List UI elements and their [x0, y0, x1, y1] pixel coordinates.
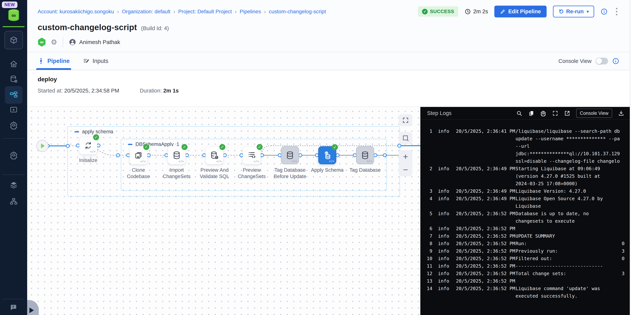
check-circle-icon: ✓	[422, 9, 428, 14]
download-icon[interactable]	[618, 110, 624, 116]
external-link-icon[interactable]	[564, 110, 570, 116]
log-line: 7info20/5/2025, 2:36:52 PMUPDATE SUMMARY	[420, 232, 630, 240]
pipeline-node-tag-database-before-update[interactable]: </>	[281, 146, 299, 164]
log-message-text: changesets to execute	[516, 218, 575, 225]
console-view-toggle[interactable]	[596, 58, 608, 64]
pipeline-node-apply-schema[interactable]: </>✓	[318, 146, 336, 164]
duration-value: 2m 1s	[163, 88, 179, 94]
log-message	[516, 225, 630, 232]
log-message-text: --url	[516, 142, 530, 150]
pipeline-node-initialize[interactable]: </>✓	[79, 136, 97, 154]
console-view-toggle-group: Console View	[558, 58, 619, 64]
tab-inputs[interactable]: Inputs	[83, 52, 108, 70]
tab-pipeline[interactable]: Pipeline	[38, 52, 70, 70]
pipeline-node-tag-database[interactable]: </>	[356, 146, 374, 164]
log-line-number	[420, 135, 432, 142]
harness-database-devops-logo[interactable]: ∞	[7, 8, 20, 22]
fullscreen-icon[interactable]	[552, 110, 558, 116]
pipeline-node-preview-changesets[interactable]: </>✓	[243, 146, 261, 164]
log-line: 6info20/5/2025, 2:36:52 PM	[420, 225, 630, 232]
pipeline-icon	[38, 58, 44, 64]
layers-settings-icon	[9, 181, 18, 189]
log-message-value: 3	[622, 248, 624, 255]
breadcrumb-link[interactable]: custom-changelog-script	[269, 8, 326, 14]
log-output[interactable]: 1info20/5/2025, 2:36:41 PM/liquibase/liq…	[420, 120, 630, 315]
gear-icon[interactable]: ⚙	[51, 38, 57, 46]
zoom-in-button[interactable]: +	[403, 152, 408, 161]
log-message-text: -------------------------------	[516, 262, 603, 270]
step-logs-title: Step Logs	[427, 110, 452, 116]
log-message-text: Liquibase Version: 4.27.0	[516, 188, 586, 195]
console-view-button[interactable]: Console View	[576, 108, 612, 118]
log-message: /liquibase/liquibase --search-path db	[516, 128, 630, 135]
log-line: 12info20/5/2025, 2:36:52 PMTotal change …	[420, 270, 630, 277]
log-level: info	[432, 270, 451, 277]
rerun-button[interactable]: Re-run ▾	[553, 6, 594, 18]
log-line-number	[420, 172, 432, 180]
log-message-text: executed successfully.	[516, 292, 578, 300]
log-level: info	[432, 232, 451, 240]
sidebar-item-layers-settings[interactable]	[9, 181, 18, 189]
log-message-text: /liquibase/liquibase --search-path db	[516, 128, 620, 135]
log-message: changesets to execute	[516, 218, 630, 225]
rerun-icon	[558, 9, 564, 14]
copy-icon[interactable]	[528, 110, 534, 116]
sidebar-item-cube-module[interactable]	[4, 31, 23, 49]
gear-icon[interactable]	[540, 110, 546, 116]
log-message: Liquibase	[516, 202, 630, 210]
pipeline-start-node[interactable]	[36, 140, 48, 152]
log-timestamp: 20/5/2025, 2:36:52 PM	[451, 262, 516, 270]
log-timestamp	[451, 218, 516, 225]
sidebar-item-settings[interactable]	[9, 121, 18, 130]
log-level: info	[432, 210, 451, 218]
log-message-text: Liquibase	[516, 202, 541, 210]
account-settings-icon	[9, 151, 18, 159]
step-logs-header: Step Logs Console View	[420, 107, 630, 120]
duration-label: Duration:	[140, 88, 162, 94]
log-line-number: 14	[420, 285, 432, 292]
search-icon[interactable]	[516, 110, 522, 116]
zoom-out-button[interactable]: −	[403, 165, 408, 174]
sidebar-item-account-settings[interactable]	[9, 151, 18, 159]
log-line: 2info20/5/2025, 2:36:49 PMStarting Liqui…	[420, 165, 630, 172]
marquee-select-button[interactable]	[399, 132, 412, 144]
infinity-hexagon-icon: ∞	[38, 38, 46, 47]
code-icon: </>	[367, 159, 372, 163]
changesets-list-icon	[247, 151, 256, 160]
pipeline-canvas[interactable]: apply schema DBSchemaApply_1	[27, 107, 420, 315]
sidebar-item-home[interactable]	[9, 60, 18, 68]
log-message: Previously run:3	[516, 248, 630, 255]
sidebar-item-pipelines[interactable]	[5, 86, 22, 104]
log-line-number: 10	[420, 255, 432, 262]
log-message: executed successfully.	[516, 292, 630, 300]
info-icon[interactable]	[600, 8, 608, 15]
fit-view-button[interactable]	[399, 114, 412, 126]
sidebar-item-executions[interactable]	[9, 106, 18, 114]
log-line: jdbc:**************ql://10.101.37.129	[420, 150, 630, 158]
sidebar-item-database-settings[interactable]	[9, 75, 18, 84]
play-icon	[41, 144, 45, 148]
breadcrumb-link[interactable]: Project: Default Project	[178, 8, 232, 14]
log-line-number	[420, 142, 432, 150]
breadcrumb-link[interactable]: Account: kurosakiichigo.songoku	[38, 8, 114, 14]
log-level: info	[432, 262, 451, 270]
log-line-number: 13	[420, 277, 432, 285]
log-message-text: Liquibase Open Source 4.27.0 by	[516, 195, 603, 202]
clone-codebase-icon	[134, 151, 143, 160]
pipeline-node-import-changesets[interactable]: </>✓	[168, 146, 186, 164]
sidebar-item-hierarchy-settings[interactable]	[9, 197, 18, 206]
log-line-number: 1	[420, 128, 432, 135]
code-icon: </>	[178, 160, 184, 163]
log-timestamp: 20/5/2025, 2:36:52 PM	[451, 210, 516, 218]
log-timestamp	[451, 292, 516, 300]
sidebar-item-help-chat[interactable]: ?	[9, 304, 18, 312]
info-icon[interactable]	[612, 58, 619, 64]
status-badge: ✓ SUCCESS	[418, 6, 458, 17]
edit-pipeline-button[interactable]: Edit Pipeline	[494, 6, 546, 18]
log-level: info	[432, 165, 451, 172]
breadcrumb-link[interactable]: Organization: default	[122, 8, 170, 14]
breadcrumb-link[interactable]: Pipelines	[240, 8, 261, 14]
pipeline-node-clone-codebase[interactable]: </>✓	[130, 146, 148, 164]
more-options-menu[interactable]	[614, 7, 619, 16]
pipeline-node-preview-and-validate-sql[interactable]: </>✓	[206, 146, 224, 164]
